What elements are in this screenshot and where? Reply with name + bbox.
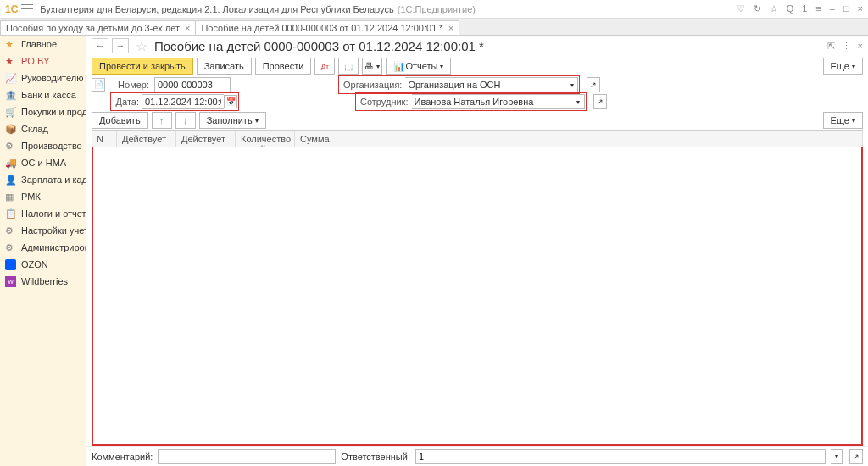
chart-icon: 📈 xyxy=(5,73,16,84)
box-icon: 📦 xyxy=(5,124,16,135)
close-icon[interactable]: × xyxy=(858,3,863,14)
date-input[interactable] xyxy=(142,94,224,109)
sidebar-item-ozon[interactable]: OZON xyxy=(0,256,86,273)
sidebar: ★Главное ★PO BY 📈Руководителю 🏦Банк и ка… xyxy=(0,36,86,466)
emp-open-button[interactable]: ↗ xyxy=(593,94,607,109)
bank-icon: 🏦 xyxy=(5,90,16,101)
resp-dropdown-icon[interactable]: ▾ xyxy=(831,449,843,464)
number-input[interactable] xyxy=(154,77,231,92)
maximize-icon[interactable]: □ xyxy=(843,3,849,14)
sidebar-item-assets[interactable]: 🚚ОС и НМА xyxy=(0,154,86,171)
sidebar-item-manager[interactable]: 📈Руководителю xyxy=(0,69,86,86)
star-icon: ★ xyxy=(5,39,16,50)
tab-label: Пособия по уходу за детьми до 3-ех лет xyxy=(6,23,180,33)
favorite-icon[interactable]: ☆ xyxy=(136,38,147,54)
col-sum[interactable]: Сумма xyxy=(295,131,863,147)
resp-open-button[interactable]: ↗ xyxy=(849,449,863,464)
fill-button[interactable]: Заполнить▾ xyxy=(199,112,266,129)
gear-icon: ⚙ xyxy=(5,225,16,236)
comment-input[interactable] xyxy=(158,449,336,464)
col-to[interactable]: Действует по xyxy=(176,131,236,147)
tab-document[interactable]: Пособие на детей 0000-000003 от 01.12.20… xyxy=(195,20,459,35)
calendar-icon[interactable]: 📅 xyxy=(224,95,237,108)
person-icon: 👤 xyxy=(5,175,16,186)
org-open-button[interactable]: ↗ xyxy=(587,77,600,92)
title-actions: ♡ ↻ ☆ Q 1 ≡ – □ × xyxy=(737,3,863,14)
col-count[interactable]: Количество детей xyxy=(236,131,295,147)
table-header: N Действует с Действует по Количество де… xyxy=(92,130,863,147)
more-button[interactable]: Еще▾ xyxy=(823,58,863,75)
app-subtitle: (1С:Предприятие) xyxy=(398,4,476,14)
footer: Комментарий: Ответственный: ▾ ↗ xyxy=(86,446,868,466)
sidebar-item-admin[interactable]: ⚙Администрирование xyxy=(0,239,86,256)
table-body[interactable] xyxy=(92,147,863,446)
col-from[interactable]: Действует с xyxy=(117,131,176,147)
sidebar-item-poby[interactable]: ★PO BY xyxy=(0,53,86,69)
post-button[interactable]: Провести xyxy=(255,58,312,75)
sidebar-item-tax[interactable]: 📋Налоги и отчетность xyxy=(0,205,86,222)
user-icon[interactable]: 1 xyxy=(802,3,807,14)
reports-button[interactable]: 📊 Отчеты▾ xyxy=(386,58,451,75)
ozon-icon xyxy=(5,259,16,270)
app-logo: 1C xyxy=(5,3,18,15)
org-dropdown-icon[interactable]: ▾ xyxy=(566,77,578,92)
posted-icon: 📄 xyxy=(92,78,105,92)
emp-input[interactable] xyxy=(412,94,573,109)
star-icon[interactable]: ☆ xyxy=(770,3,778,14)
sidebar-item-main[interactable]: ★Главное xyxy=(0,36,86,53)
add-row-button[interactable]: Добавить xyxy=(92,112,148,129)
emp-label: Сотрудник: xyxy=(357,97,412,107)
org-label: Организация: xyxy=(340,80,405,90)
table-more-button[interactable]: Еще▾ xyxy=(823,112,863,129)
number-label: Номер: xyxy=(110,80,149,90)
resp-label: Ответственный: xyxy=(341,452,410,462)
eq-icon[interactable]: ≡ xyxy=(815,3,821,14)
sidebar-item-hr[interactable]: 👤Зарплата и кадры xyxy=(0,171,86,188)
link-icon[interactable]: ⇱ xyxy=(827,41,835,52)
post-close-button[interactable]: Провести и закрыть xyxy=(92,58,193,75)
move-up-button[interactable]: ↑ xyxy=(152,112,172,129)
sidebar-item-production[interactable]: ⚙Производство xyxy=(0,137,86,154)
tabbar: Пособия по уходу за детьми до 3-ех лет ×… xyxy=(0,19,868,36)
sidebar-item-sales[interactable]: 🛒Покупки и продажи xyxy=(0,103,86,120)
sidebar-item-bank[interactable]: 🏦Банк и касса xyxy=(0,86,86,103)
sidebar-item-pos[interactable]: ▦РМК xyxy=(0,188,86,205)
menu-icon[interactable] xyxy=(21,4,33,14)
resp-input[interactable] xyxy=(415,449,826,464)
comment-label: Комментарий: xyxy=(92,452,153,462)
bell-icon[interactable]: ♡ xyxy=(737,3,745,14)
print-button[interactable]: 🖶▾ xyxy=(362,58,382,75)
col-n[interactable]: N xyxy=(92,131,117,147)
org-input[interactable] xyxy=(405,77,566,92)
structure-button[interactable]: ⬚ xyxy=(338,58,359,75)
back-button[interactable]: ← xyxy=(92,38,108,53)
kebab-icon[interactable]: ⋮ xyxy=(842,41,851,52)
tab-close-icon[interactable]: × xyxy=(448,23,453,33)
minimize-icon[interactable]: – xyxy=(830,3,835,14)
doc-icon: 📋 xyxy=(5,208,16,219)
sidebar-item-settings[interactable]: ⚙Настройки учета xyxy=(0,222,86,239)
search-icon[interactable]: Q xyxy=(787,3,794,14)
tab-label: Пособие на детей 0000-000003 от 01.12.20… xyxy=(201,23,442,33)
gear-icon: ⚙ xyxy=(5,141,16,152)
sidebar-item-warehouse[interactable]: 📦Склад xyxy=(0,120,86,137)
app-title: Бухгалтерия для Беларуси, редакция 2.1. … xyxy=(40,4,393,14)
close-panel-icon[interactable]: × xyxy=(858,41,863,52)
date-label: Дата: xyxy=(112,97,142,107)
sidebar-item-wb[interactable]: WWildberries xyxy=(0,273,86,290)
content: ← → ☆ Пособие на детей 0000-000003 от 01… xyxy=(86,36,868,466)
forward-button[interactable]: → xyxy=(112,38,129,53)
debit-credit-button[interactable]: Дт xyxy=(314,58,335,75)
truck-icon: 🚚 xyxy=(5,158,16,169)
tab-list[interactable]: Пособия по уходу за детьми до 3-ех лет × xyxy=(0,20,196,35)
wb-icon: W xyxy=(5,276,16,287)
move-down-button[interactable]: ↓ xyxy=(175,112,196,129)
history-icon[interactable]: ↻ xyxy=(754,3,761,14)
save-button[interactable]: Записать xyxy=(197,58,252,75)
star-icon: ★ xyxy=(5,56,16,67)
pos-icon: ▦ xyxy=(5,191,16,202)
cart-icon: 🛒 xyxy=(5,107,16,118)
emp-dropdown-icon[interactable]: ▾ xyxy=(573,94,585,109)
tab-close-icon[interactable]: × xyxy=(185,23,190,33)
document-title: Пособие на детей 0000-000003 от 01.12.20… xyxy=(154,39,484,53)
